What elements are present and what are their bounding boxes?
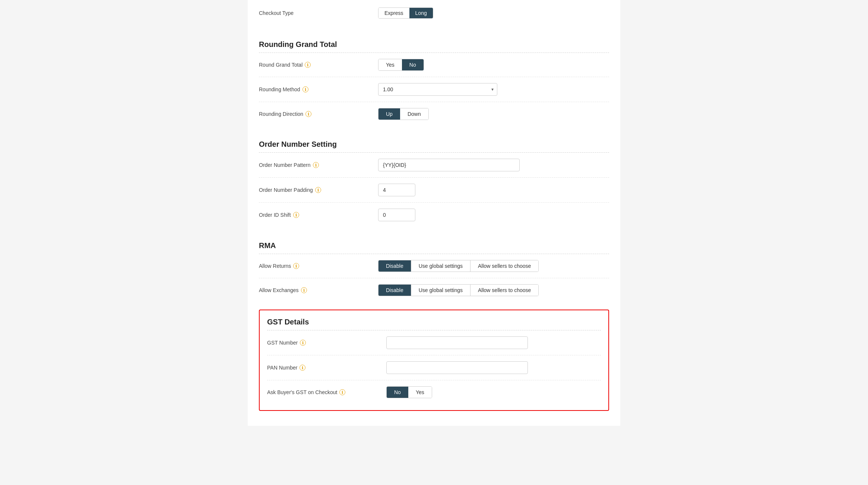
rounding-method-row: Rounding Method ℹ 0.01 0.05 0.10 0.25 0.… [259,77,609,102]
allow-exchanges-global[interactable]: Use global settings [411,285,471,296]
allow-returns-row: Allow Returns ℹ Disable Use global setti… [259,254,609,278]
order-number-pattern-input[interactable] [378,159,520,171]
gst-section: GST Details GST Number ℹ PAN Number ℹ [259,310,609,411]
round-grand-total-row: Round Grand Total ℹ Yes No [259,53,609,77]
round-grand-total-info-icon[interactable]: ℹ [305,62,311,68]
rma-section-title: RMA [259,235,609,254]
rounding-direction-down[interactable]: Down [400,108,428,120]
ask-buyer-gst-row: Ask Buyer's GST on Checkout ℹ No Yes [267,380,601,404]
pan-number-control [386,361,601,374]
allow-exchanges-label: Allow Exchanges ℹ [259,287,378,293]
checkout-type-label: Checkout Type [259,10,378,16]
rounding-section: Rounding Grand Total Round Grand Total ℹ… [259,34,609,126]
round-grand-total-label: Round Grand Total ℹ [259,62,378,68]
rounding-method-info-icon[interactable]: ℹ [302,86,308,92]
allow-exchanges-group[interactable]: Disable Use global settings Allow seller… [378,284,539,296]
allow-exchanges-info-icon[interactable]: ℹ [301,287,307,293]
order-number-section-title: Order Number Setting [259,133,609,152]
ask-buyer-gst-no[interactable]: No [387,387,408,398]
order-number-padding-control [378,184,609,196]
gst-number-info-icon[interactable]: ℹ [300,340,306,346]
order-number-padding-label: Order Number Padding ℹ [259,187,378,193]
ask-buyer-gst-toggle[interactable]: No Yes [386,386,432,398]
rounding-method-label: Rounding Method ℹ [259,86,378,92]
rounding-direction-label: Rounding Direction ℹ [259,111,378,117]
rounding-method-select-wrapper: 0.01 0.05 0.10 0.25 0.50 1.00 ▾ [378,83,497,96]
rounding-direction-control: Up Down [378,108,609,120]
order-number-pattern-row: Order Number Pattern ℹ [259,153,609,178]
round-grand-total-no[interactable]: No [402,59,424,70]
allow-returns-sellers[interactable]: Allow sellers to choose [471,260,538,272]
order-number-pattern-control [378,159,609,171]
checkout-type-long[interactable]: Long [409,8,433,18]
rounding-direction-toggle[interactable]: Up Down [378,108,429,120]
rounding-method-select[interactable]: 0.01 0.05 0.10 0.25 0.50 1.00 [378,83,497,96]
allow-exchanges-sellers[interactable]: Allow sellers to choose [471,285,538,296]
pan-number-row: PAN Number ℹ [267,355,601,380]
checkout-type-express[interactable]: Express [378,8,409,18]
round-grand-total-toggle[interactable]: Yes No [378,59,424,71]
order-number-section: Order Number Setting Order Number Patter… [259,133,609,227]
rounding-method-control: 0.01 0.05 0.10 0.25 0.50 1.00 ▾ [378,83,609,96]
ask-buyer-gst-yes[interactable]: Yes [408,387,432,398]
pan-number-label: PAN Number ℹ [267,365,386,371]
allow-returns-global[interactable]: Use global settings [411,260,471,272]
order-id-shift-row: Order ID Shift ℹ [259,203,609,227]
rma-section: RMA Allow Returns ℹ Disable Use global s… [259,235,609,302]
order-number-padding-input[interactable] [378,184,415,196]
checkout-type-group[interactable]: Express Long [378,7,433,19]
order-id-shift-input[interactable] [378,209,415,221]
rounding-direction-row: Rounding Direction ℹ Up Down [259,102,609,126]
ask-buyer-gst-control: No Yes [386,386,601,398]
order-id-shift-label: Order ID Shift ℹ [259,212,378,218]
ask-buyer-gst-label: Ask Buyer's GST on Checkout ℹ [267,389,386,395]
allow-exchanges-disable[interactable]: Disable [378,285,411,296]
allow-returns-info-icon[interactable]: ℹ [293,263,299,269]
order-number-padding-info-icon[interactable]: ℹ [315,187,321,193]
allow-returns-control: Disable Use global settings Allow seller… [378,260,609,272]
round-grand-total-control: Yes No [378,59,609,71]
allow-returns-group[interactable]: Disable Use global settings Allow seller… [378,260,539,272]
allow-returns-disable[interactable]: Disable [378,260,411,272]
ask-buyer-gst-info-icon[interactable]: ℹ [339,389,345,395]
gst-number-input[interactable] [386,336,528,349]
order-number-padding-row: Order Number Padding ℹ [259,178,609,203]
order-id-shift-info-icon[interactable]: ℹ [293,212,299,218]
allow-returns-label: Allow Returns ℹ [259,263,378,269]
rounding-direction-info-icon[interactable]: ℹ [305,111,311,117]
order-number-pattern-info-icon[interactable]: ℹ [313,162,319,168]
order-id-shift-control [378,209,609,221]
gst-section-title: GST Details [267,316,601,330]
page-container: Checkout Type Express Long Rounding Gran… [248,0,620,426]
rounding-direction-up[interactable]: Up [378,108,400,120]
gst-number-label: GST Number ℹ [267,340,386,346]
pan-number-info-icon[interactable]: ℹ [300,365,305,371]
round-grand-total-yes[interactable]: Yes [378,59,402,70]
pan-number-input[interactable] [386,361,528,374]
allow-exchanges-row: Allow Exchanges ℹ Disable Use global set… [259,278,609,302]
order-number-pattern-label: Order Number Pattern ℹ [259,162,378,168]
checkout-type-row: Checkout Type Express Long [259,7,609,22]
gst-number-row: GST Number ℹ [267,330,601,355]
gst-number-control [386,336,601,349]
allow-exchanges-control: Disable Use global settings Allow seller… [378,284,609,296]
rounding-section-title: Rounding Grand Total [259,34,609,53]
